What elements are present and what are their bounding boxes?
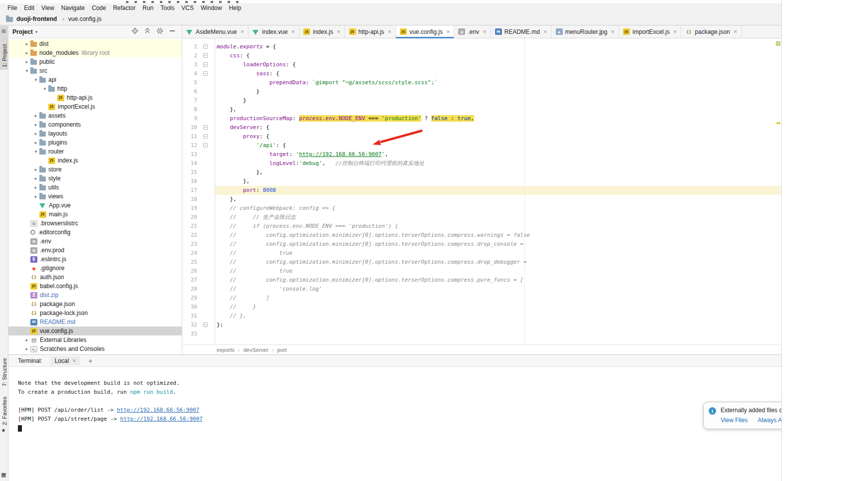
menu-code[interactable]: Code: [88, 3, 110, 13]
tree-item-src[interactable]: ▾src: [8, 66, 182, 75]
terminal-link[interactable]: http://192.168.66.56:9007: [117, 407, 200, 413]
tree-item-external-libraries[interactable]: ▸▤External Libraries: [8, 335, 182, 344]
close-icon[interactable]: ×: [446, 28, 450, 35]
tab-vue-config-js[interactable]: JSvue.config.js×: [396, 25, 454, 38]
tab-package-json[interactable]: {}package.json×: [681, 25, 742, 38]
tree-item-package-lock-json[interactable]: {}package-lock.json: [8, 309, 182, 318]
tree-item-babel-config-js[interactable]: JSbabel.config.js: [8, 282, 182, 291]
tree-item-package-json[interactable]: {}package.json: [8, 300, 182, 309]
tab-index-vue[interactable]: index.vue×: [248, 25, 299, 38]
fold-icon[interactable]: −: [203, 143, 208, 148]
menu-help[interactable]: Help: [226, 3, 245, 13]
tree-item-vue-config-js[interactable]: JSvue.config.js: [8, 326, 182, 335]
arrow-icon[interactable]: ▸: [32, 131, 39, 136]
tree-item-router[interactable]: ▾router: [8, 147, 182, 156]
arrow-icon[interactable]: ▸: [23, 59, 30, 64]
tree-item-auth-json[interactable]: {}auth.json: [8, 273, 182, 282]
tree-item-importexcel-js[interactable]: JSimportExcel.js: [8, 102, 182, 111]
toolwindow-switcher-icon[interactable]: ▦: [1, 472, 6, 478]
terminal-output[interactable]: Note that the development build is not o…: [8, 367, 782, 481]
tree-item-assets[interactable]: ▸assets: [8, 111, 182, 120]
code-editor[interactable]: module.exports = { css: { loaderOptions:…: [182, 38, 782, 344]
arrow-icon[interactable]: ▸: [32, 113, 39, 118]
arrow-icon[interactable]: ▸: [32, 140, 39, 145]
tab-env[interactable]: ≡.env×: [454, 25, 491, 38]
menu-navigate[interactable]: Navigate: [58, 3, 88, 13]
tree-item-utils[interactable]: ▸utils: [8, 183, 182, 192]
settings-gear-icon[interactable]: [156, 27, 163, 36]
close-icon[interactable]: ×: [673, 28, 677, 35]
arrow-icon[interactable]: ▾: [32, 149, 39, 154]
fold-icon[interactable]: −: [203, 62, 208, 67]
tab-http-api-js[interactable]: JShttp-api.js×: [345, 25, 396, 38]
close-icon[interactable]: ×: [72, 358, 76, 364]
breadcrumb-devserver[interactable]: devServer: [244, 347, 268, 353]
arrow-icon[interactable]: ▾: [41, 86, 48, 91]
tree-item-node-modules[interactable]: ▸node_moduleslibrary root: [8, 48, 182, 57]
notification-action-always-add[interactable]: Always Add: [757, 417, 782, 424]
fold-icon[interactable]: −: [203, 322, 208, 327]
tab-importexcel-js[interactable]: JSimportExcel.js×: [619, 25, 681, 38]
tab-readme-md[interactable]: MREADME.md×: [491, 25, 552, 38]
tree-item-env-prod[interactable]: ≡.env.prod: [8, 246, 182, 255]
notification-action-view-files[interactable]: View Files: [721, 417, 747, 424]
tree-item-env[interactable]: ≡.env: [8, 237, 182, 246]
arrow-icon[interactable]: ▸: [23, 41, 30, 46]
tree-item-api[interactable]: ▾api: [8, 75, 182, 84]
arrow-icon[interactable]: ▸: [32, 194, 39, 199]
tree-item-dist-zip[interactable]: Zdist.zip: [8, 291, 182, 300]
tree-item-main-js[interactable]: JSmain.js: [8, 210, 182, 219]
tab-index-js[interactable]: JSindex.js×: [299, 25, 345, 38]
tree-item-gitignore[interactable]: ◆.gitignore: [8, 264, 182, 273]
chevron-down-icon[interactable]: ▾: [35, 29, 38, 34]
analysis-status-icon[interactable]: [776, 41, 780, 46]
project-panel-title[interactable]: Project: [12, 28, 33, 35]
fold-icon[interactable]: −: [203, 71, 208, 76]
menu-view[interactable]: View: [38, 3, 58, 13]
locate-icon[interactable]: [131, 27, 138, 36]
fold-icon[interactable]: −: [203, 125, 208, 130]
breadcrumb-exports[interactable]: exports: [217, 347, 235, 353]
terminal-tab-local[interactable]: Local ×: [50, 356, 81, 365]
fold-icon[interactable]: −: [203, 53, 208, 58]
close-icon[interactable]: ×: [543, 28, 547, 35]
close-icon[interactable]: ×: [241, 28, 245, 35]
error-stripe-mark[interactable]: [776, 122, 780, 124]
tree-item-public[interactable]: ▸public: [8, 57, 182, 66]
menu-run[interactable]: Run: [139, 3, 157, 13]
arrow-icon[interactable]: ▸: [23, 337, 30, 342]
tree-item-components[interactable]: ▸components: [8, 120, 182, 129]
close-icon[interactable]: ×: [337, 28, 341, 35]
close-icon[interactable]: ×: [483, 28, 487, 35]
tree-item-browserslistrc[interactable]: ≡.browserslistrc: [8, 219, 182, 228]
tree-item-eslintrc-js[interactable]: E.eslintrc.js: [8, 255, 182, 264]
tree-item-index-js[interactable]: JSindex.js: [8, 156, 182, 165]
add-terminal-icon[interactable]: +: [88, 357, 92, 364]
arrow-icon[interactable]: ▸: [32, 167, 39, 172]
menu-window[interactable]: Window: [197, 3, 226, 13]
arrow-icon[interactable]: ▸: [32, 185, 39, 190]
toolbutton-favorites[interactable]: 2: Favorites: [1, 397, 7, 425]
tree-item-store[interactable]: ▸store: [8, 165, 182, 174]
tree-item-plugins[interactable]: ▸plugins: [8, 138, 182, 147]
arrow-icon[interactable]: ▸: [32, 122, 39, 127]
tree-item-views[interactable]: ▸views: [8, 192, 182, 201]
tree-item-scratches-and-consoles[interactable]: ▸>_Scratches and Consoles: [8, 344, 182, 353]
tree-item-app-vue[interactable]: App.vue: [8, 201, 182, 210]
menu-tools[interactable]: Tools: [157, 3, 178, 13]
fold-icon[interactable]: −: [203, 134, 208, 139]
close-icon[interactable]: ×: [388, 28, 392, 35]
tree-item-editorconfig[interactable]: .editorconfig: [8, 228, 182, 237]
fold-icon[interactable]: −: [203, 44, 208, 49]
toolbutton-structure[interactable]: 7: Structure: [1, 358, 7, 386]
menu-file[interactable]: File: [4, 3, 20, 13]
arrow-icon[interactable]: ▾: [23, 68, 30, 73]
tab-asidemenu-vue[interactable]: AsideMenu.vue×: [182, 25, 248, 38]
arrow-icon[interactable]: ▸: [32, 176, 39, 181]
favorites-star-icon[interactable]: ★: [1, 427, 6, 434]
tree-item-dist[interactable]: ▸dist: [8, 39, 182, 48]
menu-vcs[interactable]: VCS: [178, 3, 197, 13]
tree-item-http-api-js[interactable]: JShttp-api.js: [8, 93, 182, 102]
breadcrumb-project[interactable]: duoji-frontend: [16, 15, 57, 22]
menu-edit[interactable]: Edit: [20, 3, 38, 13]
